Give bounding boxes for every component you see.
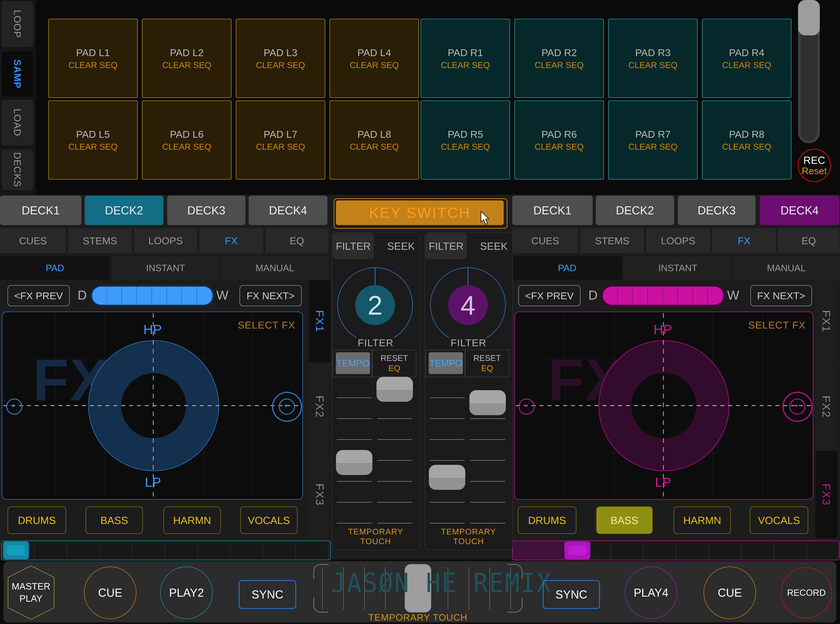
crossfader[interactable]: JASØN HE REMIX xyxy=(313,564,522,612)
right-stem-bass[interactable]: BASS xyxy=(596,507,653,534)
pad-r5[interactable]: PAD R5CLEAR SEQ xyxy=(421,100,510,179)
left-mode-pad[interactable]: PAD xyxy=(0,256,110,280)
col2-filter-tab[interactable]: FILTER xyxy=(425,233,467,259)
col2-fader-b-handle[interactable] xyxy=(469,390,506,415)
right-tab-eq[interactable]: EQ xyxy=(778,228,840,253)
cue-right-button[interactable]: CUE xyxy=(704,567,756,619)
pad-l5[interactable]: PAD L5CLEAR SEQ xyxy=(48,100,138,179)
col1-seek-tab[interactable]: SEEK xyxy=(384,233,418,259)
right-fx1-tab[interactable]: FX1 xyxy=(815,281,837,362)
sync-left-button[interactable]: SYNC xyxy=(239,580,296,609)
right-mode-instant[interactable]: INSTANT xyxy=(624,256,731,280)
left-mode-instant[interactable]: INSTANT xyxy=(112,256,219,280)
right-stem-vocals[interactable]: VOCALS xyxy=(750,507,808,534)
right-deck3-button[interactable]: DECK3 xyxy=(678,196,755,225)
right-tab-stems[interactable]: STEMS xyxy=(580,228,644,253)
left-stem-drums[interactable]: DRUMS xyxy=(8,507,66,534)
left-drywet-slider[interactable] xyxy=(90,284,215,307)
right-fx-xy-pad[interactable]: FX 3 HP LP SELECT FX xyxy=(514,312,814,500)
left-deck2-button[interactable]: DECK2 xyxy=(85,196,164,225)
left-tab-cues[interactable]: CUES xyxy=(0,228,66,253)
left-deck3-button[interactable]: DECK3 xyxy=(167,196,246,225)
left-tab-fx[interactable]: FX xyxy=(199,228,263,253)
col2-fader-a-handle[interactable] xyxy=(429,465,465,490)
col1-fader-b-handle[interactable] xyxy=(377,377,413,402)
left-fx-xy-pad[interactable]: FX 1 HP LP SELECT FX xyxy=(2,312,303,500)
right-fx-prev-button[interactable]: <FX PREV xyxy=(518,285,581,306)
pad-l3[interactable]: PAD L3CLEAR SEQ xyxy=(236,19,325,98)
pad-l6[interactable]: PAD L6CLEAR SEQ xyxy=(142,100,232,179)
left-tab-eq[interactable]: EQ xyxy=(265,228,329,253)
pad-r2[interactable]: PAD R2CLEAR SEQ xyxy=(514,19,604,98)
sidebar-tab-decks[interactable]: DECKS xyxy=(2,149,33,190)
col1-fader-b[interactable] xyxy=(377,375,413,541)
pad-r6[interactable]: PAD R6CLEAR SEQ xyxy=(514,100,604,179)
col2-fader-a[interactable] xyxy=(429,375,465,541)
right-mode-manual[interactable]: MANUAL xyxy=(733,256,839,280)
play2-button[interactable]: PLAY2 xyxy=(160,567,213,619)
left-tab-stems[interactable]: STEMS xyxy=(68,228,132,253)
pad-r1[interactable]: PAD R1CLEAR SEQ xyxy=(421,19,510,98)
left-pitch-slider[interactable] xyxy=(1,541,330,560)
play4-button[interactable]: PLAY4 xyxy=(625,567,677,619)
left-fx1-tab[interactable]: FX1 xyxy=(309,281,330,362)
left-tab-loops[interactable]: LOOPS xyxy=(134,228,197,253)
right-stem-harmn[interactable]: HARMN xyxy=(673,507,731,534)
right-tab-loops[interactable]: LOOPS xyxy=(646,228,710,253)
pad-r4[interactable]: PAD R4CLEAR SEQ xyxy=(702,19,791,98)
sidebar-tab-loop[interactable]: LOOP xyxy=(2,1,33,47)
right-fx-next-button[interactable]: FX NEXT> xyxy=(750,285,812,306)
right-pitch-handle[interactable] xyxy=(564,541,590,559)
left-mode-manual[interactable]: MANUAL xyxy=(221,256,329,280)
pad-l7[interactable]: PAD L7CLEAR SEQ xyxy=(236,100,325,179)
pad-l1[interactable]: PAD L1CLEAR SEQ xyxy=(48,19,138,98)
pad-r7[interactable]: PAD R7CLEAR SEQ xyxy=(608,100,698,179)
pad-l2[interactable]: PAD L2CLEAR SEQ xyxy=(142,19,232,98)
left-stem-harmn[interactable]: HARMN xyxy=(164,507,221,534)
left-stem-bass[interactable]: BASS xyxy=(86,507,143,534)
col2-filter-knob[interactable]: 4 xyxy=(428,266,508,345)
pad-r8[interactable]: PAD R8CLEAR SEQ xyxy=(702,100,791,179)
cue-left-button[interactable]: CUE xyxy=(84,567,136,619)
col1-tempo-button[interactable]: TEMPO xyxy=(336,352,370,374)
pad-r3[interactable]: PAD R3CLEAR SEQ xyxy=(608,19,698,98)
col1-fader-a[interactable] xyxy=(336,375,372,541)
pad-l4[interactable]: PAD L4CLEAR SEQ xyxy=(329,19,419,98)
left-fx-next-button[interactable]: FX NEXT> xyxy=(239,285,302,306)
right-fx2-tab[interactable]: FX2 xyxy=(815,363,837,450)
col1-filter-tab[interactable]: FILTER xyxy=(333,233,374,259)
pad-l8[interactable]: PAD L8CLEAR SEQ xyxy=(329,100,419,179)
right-deck4-button[interactable]: DECK4 xyxy=(760,196,840,225)
sampler-volume-handle[interactable] xyxy=(798,0,820,36)
left-fx3-tab[interactable]: FX3 xyxy=(309,451,330,538)
right-mode-pad[interactable]: PAD xyxy=(512,256,622,280)
col2-fader-b[interactable] xyxy=(469,375,506,541)
sidebar-tab-samp[interactable]: SAMP xyxy=(2,51,33,96)
left-fx-prev-button[interactable]: <FX PREV xyxy=(8,285,69,306)
col1-fader-a-handle[interactable] xyxy=(336,450,372,475)
right-pitch-slider[interactable] xyxy=(512,541,840,560)
right-tab-cues[interactable]: CUES xyxy=(512,228,578,253)
rec-reset-button[interactable]: REC Reset xyxy=(798,149,831,182)
left-deck4-button[interactable]: DECK4 xyxy=(249,196,327,225)
fx-unit-label: FX1 xyxy=(820,310,833,333)
left-stem-vocals[interactable]: VOCALS xyxy=(240,507,298,534)
record-button[interactable]: RECORD xyxy=(781,567,832,618)
col1-filter-knob[interactable]: 2 xyxy=(335,266,415,345)
right-deck2-button[interactable]: DECK2 xyxy=(596,196,674,225)
sidebar-tab-load[interactable]: LOAD xyxy=(2,100,33,145)
left-pitch-handle[interactable] xyxy=(3,541,29,559)
right-tab-fx[interactable]: FX xyxy=(712,228,776,253)
col1-reset-eq-button[interactable]: RESET EQ xyxy=(373,351,415,375)
right-fx3-tab[interactable]: FX3 xyxy=(815,451,837,538)
right-drywet-slider[interactable] xyxy=(601,284,726,307)
col2-seek-tab[interactable]: SEEK xyxy=(477,233,511,259)
right-stem-drums[interactable]: DRUMS xyxy=(518,507,576,534)
col2-reset-eq-button[interactable]: RESET EQ xyxy=(466,351,508,375)
left-fx2-tab[interactable]: FX2 xyxy=(309,363,330,450)
right-deck1-button[interactable]: DECK1 xyxy=(512,196,593,225)
col2-tempo-button[interactable]: TEMPO xyxy=(429,352,463,374)
key-switch-button[interactable]: KEY SWITCH xyxy=(336,201,504,225)
left-deck1-button[interactable]: DECK1 xyxy=(0,196,82,225)
sync-right-button[interactable]: SYNC xyxy=(543,580,600,609)
